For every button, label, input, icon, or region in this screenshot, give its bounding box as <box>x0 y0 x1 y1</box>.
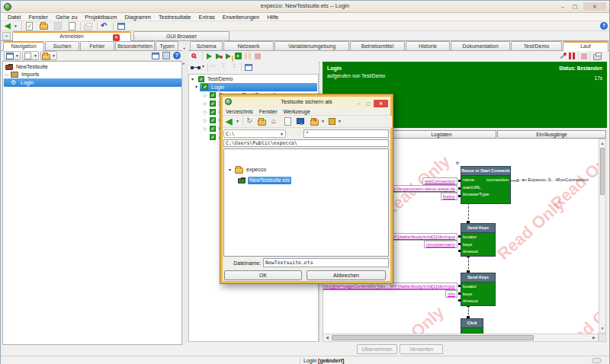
new-document-icon[interactable] <box>69 22 75 30</box>
node-input-pin-label[interactable]: timeout <box>463 298 478 305</box>
chevron-down-icon[interactable]: ▼ <box>338 117 342 126</box>
node-input-pin-label[interactable]: keys <box>463 241 472 249</box>
passed-checkbox-icon[interactable] <box>202 84 208 90</box>
tab-lauf[interactable]: Lauf <box>563 41 608 51</box>
pin-value-starturl[interactable]: http://expeccosim-demo.exept.de <box>386 185 458 193</box>
titlebar[interactable]: expecco: NewTestsuite.ets -- Login – ▢ ✕ <box>1 1 609 13</box>
collapse-right-icon[interactable]: ▸ <box>183 61 185 65</box>
pin-value-browsertype[interactable]: firefox <box>441 193 458 200</box>
expander-icon[interactable]: ▾ <box>195 84 197 90</box>
scroll-up-icon[interactable]: ▲ <box>599 140 605 147</box>
expander-icon[interactable]: ▷ <box>204 109 207 115</box>
chevron-down-icon[interactable]: ▼ <box>321 117 325 126</box>
passed-checkbox-icon[interactable] <box>210 117 216 123</box>
passed-checkbox-icon[interactable] <box>210 126 216 132</box>
menu-diagramm[interactable]: Diagramm <box>120 14 155 21</box>
node-input-pin-label[interactable]: timeout <box>463 248 478 256</box>
passed-checkbox-icon[interactable] <box>210 101 216 107</box>
folder-mode-dropdown[interactable]: ▼ <box>40 51 57 60</box>
list-mode-dropdown[interactable]: ▼ <box>22 51 39 60</box>
pin-value-keys[interactable]: mmustermann <box>424 241 458 248</box>
diagram-node-send-keys-1[interactable]: Send Keys locator keys timeout <box>461 223 496 257</box>
close-button[interactable]: ✕ <box>583 2 606 11</box>
tab-navigation[interactable]: Navigation <box>3 41 44 51</box>
vertical-scrollbar[interactable]: ▲ ▼ <box>599 139 606 334</box>
output-connector-icon[interactable] <box>516 179 519 182</box>
menu-datei[interactable]: Datei <box>4 14 25 21</box>
view-mode-dropdown[interactable]: ▼ <box>4 51 21 60</box>
diagram-node-reuse-or-start-connection[interactable]: Reuse or Start Connection nameconnection… <box>461 166 511 204</box>
bookmarks-icon[interactable]: ✎ <box>310 120 319 126</box>
tab-logdaten[interactable]: Logdaten <box>387 130 496 139</box>
node-input-pin-label[interactable]: browserType <box>463 191 489 199</box>
undo-icon[interactable]: ↶ <box>101 21 107 30</box>
scrollbar-thumb[interactable] <box>332 335 534 340</box>
back-dropdown-icon[interactable]: ▼ <box>14 22 18 30</box>
desktop-icon[interactable] <box>297 118 304 124</box>
tab-ein-ausgaenge[interactable]: Ein/Ausgänge <box>497 130 606 139</box>
back-icon[interactable]: ◀ <box>5 21 11 30</box>
run-tree-item-selected[interactable]: ▾ Login <box>200 83 317 91</box>
resize-grip-icon[interactable] <box>592 358 602 363</box>
detach-window-icon[interactable] <box>152 53 159 59</box>
scroll-right-icon[interactable]: ▶ <box>591 334 597 341</box>
open-file-icon[interactable] <box>40 24 48 30</box>
open-window-icon[interactable] <box>245 64 252 71</box>
menu-testresultate[interactable]: Testresultate <box>155 14 195 21</box>
file-browser[interactable]: ▾ expecco NewTestsuite.ets <box>223 148 389 257</box>
start-pin-icon[interactable] <box>456 161 459 164</box>
run-icon[interactable] <box>207 53 212 59</box>
expander-icon[interactable]: ▷ <box>5 72 9 78</box>
back-icon[interactable]: ◀ <box>226 117 232 126</box>
layout-icon[interactable] <box>162 52 170 59</box>
drive-combobox[interactable]: C:\ ▼ <box>223 129 286 138</box>
passed-checkbox-icon[interactable] <box>210 109 216 115</box>
node-input-pin-label[interactable]: locator <box>463 283 477 291</box>
maximize-button[interactable]: ▢ <box>570 2 580 11</box>
rerun-icon[interactable] <box>559 53 567 60</box>
dialog-menu-verzeichnis[interactable]: Verzeichnis <box>223 109 256 114</box>
scroll-down-icon[interactable]: ▼ <box>599 325 605 332</box>
pin-value-locator[interactable]: …aIX']/table/tbody/tr/td[1]/div/input <box>383 233 458 241</box>
expander-icon[interactable]: ▾ <box>191 76 194 82</box>
filename-input[interactable] <box>263 258 389 267</box>
diagram-node-send-keys-2[interactable]: Send Keys locator keys timeout <box>461 273 496 306</box>
help-icon[interactable] <box>600 22 608 30</box>
node-input-pin-label[interactable]: keys <box>463 291 472 299</box>
dialog-menu-werkzeuge[interactable]: Werkzeuge <box>281 109 313 114</box>
help-icon[interactable] <box>173 52 181 59</box>
menu-fenster[interactable]: Fenster <box>25 14 52 21</box>
menu-projektbaum[interactable]: Projektbaum <box>81 14 120 21</box>
menu-gehe-zu[interactable]: Gehe zu <box>52 14 81 21</box>
scrollbar-thumb[interactable] <box>600 148 605 195</box>
passed-checkbox-icon[interactable] <box>198 76 204 82</box>
node-input-pin-label[interactable]: locator <box>463 234 477 241</box>
accept-document-icon[interactable] <box>26 22 33 30</box>
up-directory-icon[interactable]: ↑ <box>258 120 266 126</box>
horizontal-scrollbar[interactable]: ◀ ▶ <box>323 334 599 342</box>
vertical-splitter[interactable]: ◂ ▸ <box>182 41 188 345</box>
passed-checkbox-icon[interactable] <box>210 92 216 98</box>
print-report-icon[interactable] <box>593 54 602 60</box>
tree-item-login[interactable]: ⚙ Login <box>4 78 181 87</box>
menu-erweiterungen[interactable]: Erweiterungen <box>219 14 263 21</box>
expander-icon[interactable]: ▷ <box>204 126 207 132</box>
add-tab-button[interactable]: + <box>2 32 11 40</box>
expander-icon[interactable]: ▷ <box>204 101 207 107</box>
diagram-node-click[interactable]: Click <box>461 318 483 334</box>
collapse-left-icon[interactable]: ◂ <box>183 46 185 50</box>
node-input-pin-label[interactable]: name <box>463 177 474 184</box>
step-icon[interactable] <box>226 53 231 59</box>
pin-value-testconnection[interactable]: testConnection <box>422 177 458 185</box>
expander-icon[interactable]: ▷ <box>204 92 207 98</box>
pause-run-icon[interactable] <box>569 53 575 59</box>
expander-icon[interactable]: ▷ <box>204 117 207 123</box>
back-dropdown-icon[interactable]: ▼ <box>236 117 239 126</box>
dialog-titlebar[interactable]: Testsuite sichern als – ▢ ✕ <box>223 97 390 107</box>
path-field[interactable]: C:\Users\Public\expecco\ <box>223 139 389 147</box>
menu-extras[interactable]: Extras <box>195 14 219 21</box>
run-selected-icon[interactable] <box>235 53 242 59</box>
passed-checkbox-icon[interactable] <box>210 134 216 140</box>
filter-field[interactable]: * <box>303 129 389 138</box>
documents-icon[interactable] <box>284 117 291 126</box>
